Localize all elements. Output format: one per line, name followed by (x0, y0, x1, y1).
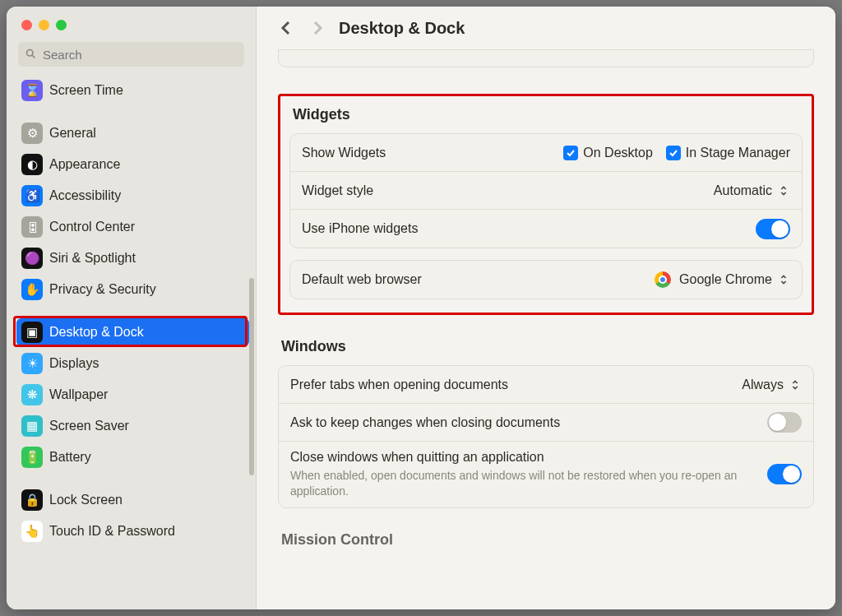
sidebar-item-label: Control Center (49, 220, 135, 234)
sidebar-item-wallpaper[interactable]: ❋Wallpaper (16, 381, 249, 409)
brightness-icon: ☀ (21, 353, 43, 374)
hourglass-icon: ⌛ (21, 80, 43, 101)
sidebar-item-label: Appearance (49, 157, 120, 172)
prefer-tabs-label: Prefer tabs when opening documents (290, 377, 742, 392)
on-desktop-checkbox[interactable] (563, 146, 578, 160)
use-iphone-widgets-toggle[interactable] (756, 219, 790, 239)
close-button[interactable] (21, 20, 32, 30)
widget-style-popup[interactable]: Automatic (714, 183, 790, 198)
on-desktop-label: On Desktop (583, 146, 652, 160)
sidebar-item-accessibility[interactable]: ♿Accessibility (16, 182, 249, 210)
widget-style-label: Widget style (302, 183, 714, 198)
search-input[interactable] (18, 42, 244, 67)
appearance-icon: ◐ (21, 154, 43, 175)
sidebar-item-lock-screen[interactable]: 🔒Lock Screen (16, 486, 249, 514)
switches-icon: 🎛 (21, 216, 43, 238)
previous-section-peek (278, 49, 814, 67)
sidebar-item-screen-saver[interactable]: ▦Screen Saver (16, 412, 249, 440)
ask-changes-toggle[interactable] (767, 412, 802, 433)
sidebar-item-label: Desktop & Dock (49, 325, 144, 340)
window-controls (7, 7, 256, 37)
sidebar: ⌛Screen Time⚙General◐Appearance♿Accessib… (7, 7, 257, 609)
browser-group: Default web browser Google Chrome (289, 260, 803, 299)
prefer-tabs-popup[interactable]: Always (742, 377, 802, 392)
sidebar-item-siri-spotlight[interactable]: 🟣Siri & Spotlight (16, 244, 249, 272)
flower-icon: ❋ (21, 384, 43, 405)
sidebar-item-label: Lock Screen (49, 493, 123, 507)
sidebar-item-label: Accessibility (49, 188, 121, 203)
ask-changes-label: Ask to keep changes when closing documen… (290, 415, 767, 430)
back-button[interactable] (276, 18, 296, 38)
close-windows-label: Close windows when quitting an applicati… (290, 450, 767, 465)
siri-icon: 🟣 (21, 248, 43, 269)
accessibility-icon: ♿ (21, 185, 43, 206)
widgets-section-title: Widgets (293, 106, 803, 123)
sidebar-item-appearance[interactable]: ◐Appearance (16, 151, 249, 178)
use-iphone-widgets-label: Use iPhone widgets (302, 221, 756, 236)
fingerprint-icon: 👆 (21, 521, 43, 542)
svg-point-0 (27, 50, 34, 57)
sidebar-item-desktop-dock[interactable]: ▣Desktop & Dock (16, 318, 249, 346)
battery-icon: 🔋 (21, 447, 43, 468)
prefer-tabs-value: Always (742, 377, 784, 392)
sidebar-item-label: Screen Time (49, 83, 123, 98)
windows-section-title: Windows (281, 338, 814, 355)
sidebar-item-battery[interactable]: 🔋Battery (16, 443, 249, 471)
sidebar-item-control-center[interactable]: 🎛Control Center (16, 213, 249, 241)
sidebar-item-label: Battery (49, 450, 91, 465)
chrome-icon (655, 271, 671, 288)
lock-icon: 🔒 (21, 489, 43, 511)
mission-control-section-title: Mission Control (281, 531, 814, 549)
sidebar-item-displays[interactable]: ☀Displays (16, 350, 249, 377)
default-browser-label: Default web browser (302, 272, 655, 287)
main-pane: Desktop & Dock Widgets Show Widgets O (257, 7, 835, 609)
system-settings-window: ⌛Screen Time⚙General◐Appearance♿Accessib… (7, 7, 835, 609)
sidebar-item-label: Displays (49, 356, 99, 371)
sidebar-item-label: Privacy & Security (49, 282, 156, 297)
dock-icon: ▣ (21, 322, 43, 343)
widget-style-value: Automatic (714, 183, 772, 198)
svg-line-1 (32, 55, 35, 58)
sidebar-item-label: Wallpaper (49, 387, 108, 402)
sidebar-list: ⌛Screen Time⚙General◐Appearance♿Accessib… (7, 75, 256, 609)
maximize-button[interactable] (56, 20, 67, 30)
minimize-button[interactable] (39, 20, 49, 30)
default-browser-popup[interactable]: Google Chrome (655, 271, 790, 288)
search-icon (25, 48, 37, 60)
windows-group: Prefer tabs when opening documents Alway… (278, 365, 814, 508)
sidebar-item-touch-id-password[interactable]: 👆Touch ID & Password (16, 517, 249, 545)
page-title: Desktop & Dock (339, 19, 465, 38)
close-windows-toggle[interactable] (767, 464, 802, 484)
sidebar-item-general[interactable]: ⚙General (16, 119, 249, 147)
close-windows-detail: When enabled, open documents and windows… (290, 468, 767, 499)
chevron-up-down-icon (777, 183, 790, 198)
in-stage-manager-checkbox[interactable] (666, 146, 681, 160)
sidebar-item-label: Siri & Spotlight (49, 251, 136, 266)
chevron-up-down-icon (777, 272, 790, 287)
screensaver-icon: ▦ (21, 415, 43, 437)
hand-icon: ✋ (21, 279, 43, 300)
sidebar-item-privacy-security[interactable]: ✋Privacy & Security (16, 276, 249, 303)
gear-icon: ⚙ (21, 123, 43, 144)
sidebar-item-label: Screen Saver (49, 419, 129, 433)
chevron-up-down-icon (789, 377, 802, 392)
sidebar-item-label: General (49, 126, 96, 141)
in-stage-manager-label: In Stage Manager (686, 146, 790, 160)
sidebar-item-screen-time[interactable]: ⌛Screen Time (16, 76, 249, 104)
scrollbar[interactable] (249, 278, 254, 475)
default-browser-value: Google Chrome (679, 272, 772, 287)
forward-button[interactable] (308, 18, 327, 38)
annotation-highlight: Widgets Show Widgets On Desktop (278, 94, 814, 315)
show-widgets-label: Show Widgets (302, 146, 563, 160)
widgets-group: Show Widgets On Desktop (289, 133, 803, 248)
sidebar-item-label: Touch ID & Password (49, 524, 175, 539)
